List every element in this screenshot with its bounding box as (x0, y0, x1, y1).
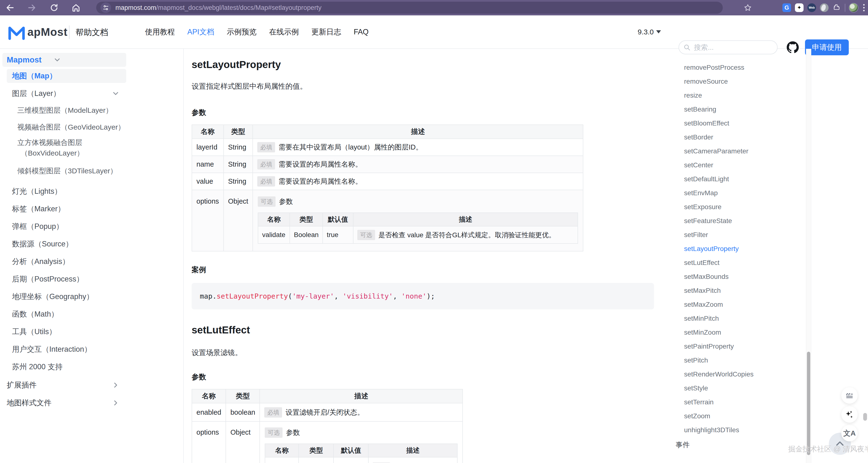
nav-example-preview[interactable]: 示例预览 (227, 27, 256, 37)
ai-fab-button[interactable] (841, 406, 858, 423)
toc-item[interactable]: setStyle (684, 381, 708, 395)
toc-item[interactable]: setPaintProperty (684, 339, 734, 353)
toc-item[interactable]: setFilter (684, 228, 708, 242)
content-scrollbar-thumb[interactable] (807, 352, 810, 455)
sidebar-item-layer[interactable]: 图层（Layer） (0, 87, 183, 100)
toc-item[interactable]: setPitch (684, 353, 708, 367)
nav-faq[interactable]: FAQ (354, 28, 369, 36)
version-dropdown[interactable]: 9.3.0 (638, 16, 661, 48)
toc-item[interactable]: setDefaultLight (684, 172, 729, 186)
toc-item[interactable]: removeSource (684, 74, 728, 89)
toc-item[interactable]: setCameraParameter (684, 144, 748, 158)
sidebar-item-analysis[interactable]: 分析（Analysis） (0, 253, 183, 270)
toc-sidebar: removePostProcess removeSource resize se… (671, 49, 806, 463)
toc-item[interactable]: setCenter (684, 158, 713, 172)
toc-item[interactable]: removePostProcess (684, 61, 744, 74)
param-default (334, 457, 368, 463)
sidebar-item-map[interactable]: 地图（Map） (7, 69, 126, 83)
sidebar-item-utils[interactable]: 工具（Utils） (0, 323, 183, 340)
sidebar-item-interaction[interactable]: 用户交互（Interaction） (0, 341, 183, 358)
url-bar[interactable]: mapmost.com/mapmost_docs/webgl/latest/do… (96, 2, 723, 14)
col-header-desc: 描述 (253, 125, 583, 139)
sparkles-icon (845, 410, 854, 419)
toc-item[interactable]: setLutEffect (684, 256, 719, 270)
toc-item[interactable]: setBloomEffect (684, 116, 729, 130)
toc-item[interactable]: setRenderWorldCopies (684, 367, 753, 381)
reload-button[interactable] (49, 3, 59, 12)
webchatgpt-extension-icon[interactable]: Web (807, 3, 816, 12)
sidebar-item-boxvideolayer-line2[interactable]: （BoxVideoLayer） (0, 148, 183, 158)
col-header-name: 名称 (192, 389, 226, 403)
param-desc: 需要设置的布局属性名称。 (278, 160, 362, 168)
sidebar-item-marker[interactable]: 标签（Marker） (0, 200, 183, 218)
site-settings-chip[interactable] (100, 2, 111, 13)
forward-button[interactable] (27, 3, 36, 12)
toc-item[interactable]: unhighlight3DTiles (684, 423, 739, 437)
sidebar-item-map-style-file[interactable]: 地图样式文件 (0, 394, 183, 412)
toc-item[interactable]: setMinZoom (684, 326, 721, 339)
col-header-desc: 描述 (260, 389, 463, 403)
sidebar-item-popup[interactable]: 弹框（Popup） (0, 218, 183, 235)
toc-item[interactable]: setFeatureState (684, 214, 732, 228)
toc-item[interactable]: setTerrain (684, 395, 714, 409)
browser-chrome: mapmost.com/mapmost_docs/webgl/latest/do… (0, 0, 868, 16)
sidebar-item-source[interactable]: 数据源（Source） (0, 235, 183, 253)
summary-fab-button[interactable] (841, 387, 858, 404)
param-name: enabled (192, 403, 226, 422)
sidebar-item-modellayer[interactable]: 三维模型图层（ModelLayer） (0, 102, 183, 119)
toc-item[interactable]: setBorder (684, 130, 713, 144)
sidebar-item-geovideolayer[interactable]: 视频融合图层（GeoVideoLayer） (0, 119, 183, 135)
param-type: Object (226, 422, 260, 463)
table-row: name String 必填需要设置的布局属性名称。 (192, 156, 583, 173)
toc-item[interactable]: setEnvMap (684, 186, 718, 200)
toc-item[interactable]: resize (684, 89, 702, 102)
star-icon (743, 3, 752, 12)
toc-item[interactable]: setMaxZoom (684, 298, 723, 312)
back-button[interactable] (5, 3, 15, 12)
toc-item[interactable]: setZoom (684, 409, 710, 423)
param-type: String (224, 173, 253, 190)
sidebar-item-3dtileslayer[interactable]: 倾斜模型图层（3DTilesLayer） (0, 162, 183, 179)
browser-menu-button[interactable] (862, 4, 866, 11)
sidebar-item-lights[interactable]: 灯光（Lights） (0, 183, 183, 200)
param-desc: 需要设置的布局属性名称。 (278, 177, 362, 185)
sidebar-item-postprocess[interactable]: 后期（PostProcess） (0, 271, 183, 288)
sidebar-item-boxvideolayer[interactable]: 立方体视频融合图层 (0, 137, 183, 148)
chevron-down-icon (53, 56, 61, 64)
sidebar-item-math[interactable]: 函数（Math） (0, 306, 183, 323)
toc-item-active[interactable]: setLayoutProperty (684, 242, 739, 256)
translate-extension-icon[interactable]: G (782, 3, 791, 12)
toc-item[interactable]: setMaxPitch (684, 284, 721, 298)
code-token: 'none' (401, 292, 427, 300)
sidebar-nav: Mapmost 地图（Map） 图层（Layer） 三维模型图层（ModelLa… (0, 49, 183, 463)
bookmark-button[interactable] (743, 3, 752, 12)
toc-item[interactable]: setExposure (684, 200, 721, 214)
sparkle-extension-icon[interactable]: ✦ (795, 3, 804, 12)
param-name: lut (265, 457, 299, 463)
sidebar-item-plugins[interactable]: 扩展插件 (0, 376, 183, 394)
apply-use-button[interactable]: 申请使用 (805, 39, 849, 55)
logo-text: apMost (27, 26, 68, 38)
nav-changelog[interactable]: 更新日志 (311, 27, 341, 37)
param-name: validate (258, 226, 290, 244)
profile-avatar[interactable] (849, 3, 858, 12)
table-row: layerId String 必填需要在其中设置布局（layout）属性的图层I… (192, 139, 583, 156)
logo[interactable]: apMost (7, 24, 68, 40)
toc-item[interactable]: setBearing (684, 102, 716, 116)
chevron-up-icon (835, 438, 845, 449)
toc-section-events[interactable]: 事件 (676, 440, 690, 450)
back-arrow-icon (5, 3, 15, 12)
nav-api-docs[interactable]: API文档 (187, 27, 214, 37)
sidebar-item-mapmost[interactable]: Mapmost (2, 53, 126, 67)
translate-fab-button[interactable]: 文A (841, 425, 858, 441)
sidebar-item-geography[interactable]: 地理坐标（Geography） (0, 288, 183, 305)
toc-item[interactable]: setMaxBounds (684, 270, 728, 284)
sidebar-item-suzhou2000[interactable]: 苏州 2000 支持 (0, 358, 183, 375)
home-button[interactable] (71, 3, 81, 12)
gray-extension-icon[interactable] (820, 3, 829, 12)
window-scrollbar-thumb[interactable] (863, 413, 867, 421)
nav-tutorial[interactable]: 使用教程 (145, 27, 175, 37)
toc-item[interactable]: setMinPitch (684, 312, 719, 326)
extensions-puzzle-icon[interactable] (832, 3, 841, 12)
nav-online-examples[interactable]: 在线示例 (269, 27, 299, 37)
